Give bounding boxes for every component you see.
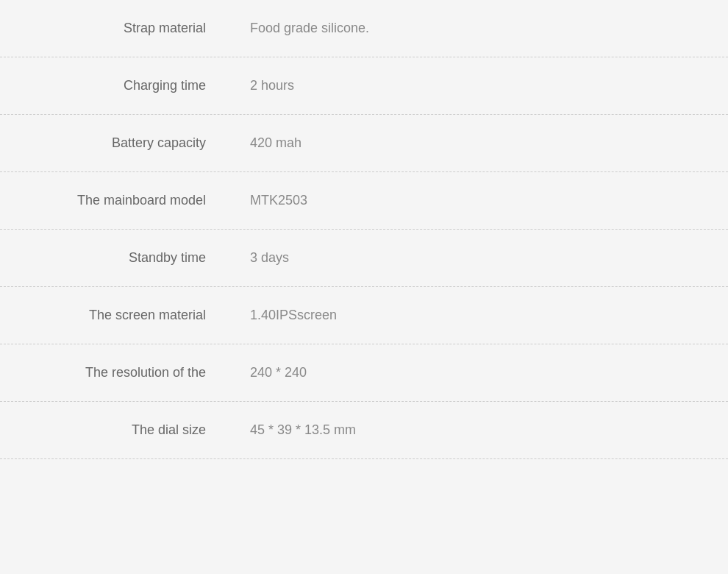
table-row: The dial size45 * 39 * 13.5 mm xyxy=(0,402,728,459)
spec-label: Battery capacity xyxy=(15,135,235,151)
table-row: Charging time2 hours xyxy=(0,57,728,115)
specs-table: Strap materialFood grade silicone.Chargi… xyxy=(0,0,728,459)
spec-value: 240 * 240 xyxy=(235,365,713,380)
spec-value: 1.40IPSscreen xyxy=(235,308,713,323)
spec-value: 2 hours xyxy=(235,78,713,93)
table-row: Battery capacity420 mah xyxy=(0,115,728,172)
spec-value: 45 * 39 * 13.5 mm xyxy=(235,422,713,438)
spec-label: Charging time xyxy=(15,78,235,93)
table-row: The resolution of the240 * 240 xyxy=(0,344,728,402)
table-row: Standby time3 days xyxy=(0,230,728,287)
spec-label: Standby time xyxy=(15,250,235,266)
spec-value: MTK2503 xyxy=(235,193,713,208)
table-row: The mainboard modelMTK2503 xyxy=(0,172,728,230)
spec-label: Strap material xyxy=(15,21,235,36)
spec-label: The screen material xyxy=(15,308,235,323)
table-row: The screen material1.40IPSscreen xyxy=(0,287,728,344)
spec-label: The dial size xyxy=(15,422,235,438)
spec-label: The resolution of the xyxy=(15,365,235,380)
spec-value: 3 days xyxy=(235,250,713,266)
table-row: Strap materialFood grade silicone. xyxy=(0,0,728,57)
spec-value: Food grade silicone. xyxy=(235,21,713,36)
spec-value: 420 mah xyxy=(235,135,713,151)
spec-label: The mainboard model xyxy=(15,193,235,208)
